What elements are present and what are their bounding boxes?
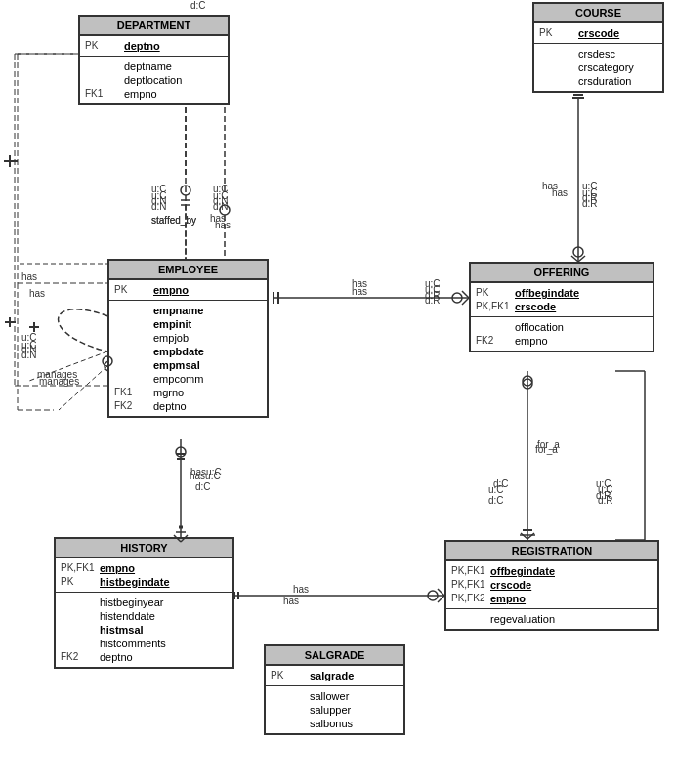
course-pk-label: PK <box>539 27 578 38</box>
hist-histbeginyear: histbeginyear <box>100 597 163 608</box>
emp-empmsal: empmsal <box>153 359 200 371</box>
label-emp-dn: d:N <box>21 350 37 360</box>
dept-fk1-label: FK1 <box>85 88 124 99</box>
course-row-crsdesc: crsdesc <box>539 47 657 61</box>
department-pk-section: PK deptno <box>80 36 228 57</box>
off-crscode: crscode <box>515 301 556 312</box>
hist-row-histbeginyear: histbeginyear <box>61 596 228 609</box>
off-row-empno: FK2 empno <box>476 334 648 348</box>
registration-attr-section: regevaluation <box>446 609 657 629</box>
label-course-uc: u:C <box>582 187 598 198</box>
label-staffed-by-uc: u:C <box>151 190 167 201</box>
sal-sallower: sallower <box>310 690 349 702</box>
label-reg-dc: d:C <box>488 495 504 506</box>
emp-row-empmsal: empmsal <box>114 358 262 372</box>
emp-row-empcomm: empcomm <box>114 372 262 386</box>
reg-pkfk1-label2: PK,FK1 <box>451 579 490 590</box>
course-crsduration: crsduration <box>578 75 631 87</box>
svg-point-30 <box>428 591 438 600</box>
svg-line-61 <box>438 589 444 596</box>
svg-line-59 <box>527 533 534 539</box>
emp-pk-label: PK <box>114 284 153 295</box>
employee-header: EMPLOYEE <box>109 261 267 280</box>
emp-empname: empname <box>153 305 203 316</box>
label-has-outer: has <box>21 271 37 282</box>
registration-pk-section: PK,FK1 offbegindate PK,FK1 crscode PK,FK… <box>446 561 657 609</box>
reg-pkfk1-label1: PK,FK1 <box>451 565 490 576</box>
hist-pkfk1-label: PK,FK1 <box>61 562 100 573</box>
course-crsdesc: crsdesc <box>578 48 615 60</box>
entity-department: DEPARTMENT PK deptno deptname deptlocati… <box>78 15 230 105</box>
label-course-dr: d:R <box>582 198 598 209</box>
label-has-hreg: has <box>293 584 309 595</box>
hist-row-histenddate: histenddate <box>61 609 228 623</box>
emp-row-empbdate: empbdate <box>114 345 262 358</box>
entity-course: COURSE PK crscode crsdesc crscategory cr… <box>532 2 664 93</box>
dept-deptno: deptno <box>124 40 160 52</box>
sal-salgrade: salgrade <box>310 670 354 681</box>
svg-line-51 <box>462 291 469 298</box>
history-pk-section: PK,FK1 empno PK histbegindate <box>56 558 232 593</box>
sal-row-salupper: salupper <box>271 703 399 717</box>
employee-attr-section: empname empinit empjob empbdate empmsal … <box>109 301 267 416</box>
offering-pk-row1: PK offbegindate <box>476 286 648 300</box>
hist-deptno: deptno <box>100 651 133 663</box>
salgrade-header: SALGRADE <box>266 646 403 666</box>
reg-pkfk2-label: PK,FK2 <box>451 593 490 603</box>
history-pk-row2: PK histbegindate <box>61 575 228 589</box>
entity-offering: OFFERING PK offbegindate PK,FK1 crscode … <box>469 262 654 352</box>
salgrade-attr-section: sallower salupper salbonus <box>266 686 403 733</box>
course-crscategory: crscategory <box>578 62 634 73</box>
svg-point-2 <box>181 186 190 195</box>
hist-histmsal: histmsal <box>100 624 144 636</box>
reg-pk-row3: PK,FK2 empno <box>451 592 653 605</box>
offering-attr-section: offlocation FK2 empno <box>471 317 653 351</box>
off-fk2-label: FK2 <box>476 335 515 346</box>
off-pkfk1-label: PK,FK1 <box>476 301 515 311</box>
label-has-dn: d:N <box>213 201 229 212</box>
reg-empno: empno <box>490 593 526 604</box>
emp-fk2-label: FK2 <box>114 400 153 411</box>
emp-mgrno: mgrno <box>153 387 184 398</box>
department-pk-row: PK deptno <box>85 39 223 53</box>
label-off-dr: d:R <box>425 295 441 306</box>
off-empno: empno <box>515 335 548 347</box>
reg-pk-row2: PK,FK1 crscode <box>451 578 653 592</box>
salgrade-pk-row: PK salgrade <box>271 669 399 682</box>
reg-pk-row1: PK,FK1 offbegindate <box>451 564 653 578</box>
dept-row-deptloc: deptlocation <box>85 73 223 87</box>
hist-histbegindate: histbegindate <box>100 576 170 588</box>
offering-header: OFFERING <box>471 264 653 283</box>
emp-row-mgrno: FK1 mgrno <box>114 386 262 399</box>
emp-row-empinit: empinit <box>114 317 262 331</box>
svg-point-60 <box>523 376 532 386</box>
erd-diagram: u:C d:N staffed_by has u:C d:N has u:C d… <box>0 0 674 784</box>
employee-pk-section: PK empno <box>109 280 267 301</box>
svg-line-52 <box>462 298 469 305</box>
emp-empcomm: empcomm <box>153 373 203 385</box>
label-for-a-text: for_a <box>535 444 558 455</box>
emp-fk1-label: FK1 <box>114 387 153 397</box>
department-header: DEPARTMENT <box>80 17 228 36</box>
hist-row-histmsal: histmsal <box>61 623 228 637</box>
dept-empno: empno <box>124 88 157 100</box>
dept-deptlocation: deptlocation <box>124 74 182 86</box>
history-pk-row1: PK,FK1 empno <box>61 561 228 575</box>
department-attr-section: deptname deptlocation FK1 empno <box>80 57 228 103</box>
salgrade-pk-section: PK salgrade <box>266 666 403 686</box>
reg-row-regevaluation: regevaluation <box>451 612 653 626</box>
hist-row-deptno: FK2 deptno <box>61 650 228 664</box>
off-offbegindate: offbegindate <box>515 287 579 299</box>
label-has-left: has <box>29 288 45 299</box>
svg-point-19 <box>452 293 462 303</box>
dept-row-empno: FK1 empno <box>85 87 223 101</box>
svg-line-62 <box>438 596 444 602</box>
offering-pk-section: PK offbegindate PK,FK1 crscode <box>471 283 653 317</box>
emp-deptno: deptno <box>153 400 187 412</box>
label-has-uc: u:C <box>213 190 229 201</box>
svg-point-28 <box>523 379 532 389</box>
off-row-offlocation: offlocation <box>476 320 648 334</box>
hist-pk-label: PK <box>61 576 100 587</box>
entity-registration: REGISTRATION PK,FK1 offbegindate PK,FK1 … <box>444 540 659 631</box>
emp-empbdate: empbdate <box>153 346 204 357</box>
